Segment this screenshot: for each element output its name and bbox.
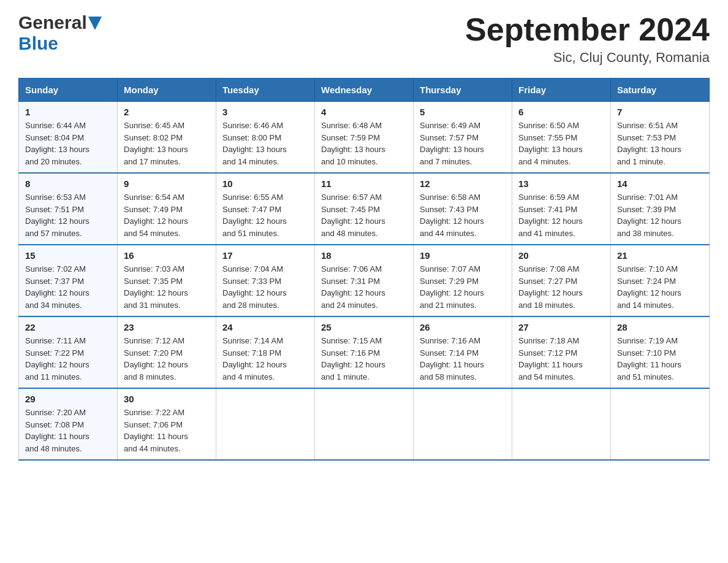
- day-info: Sunrise: 7:18 AMSunset: 7:12 PMDaylight:…: [518, 336, 583, 381]
- day-number: 8: [25, 178, 111, 189]
- location-subtitle: Sic, Cluj County, Romania: [465, 50, 710, 66]
- day-info: Sunrise: 7:02 AMSunset: 7:37 PMDaylight:…: [25, 264, 89, 310]
- day-cell: 15 Sunrise: 7:02 AMSunset: 7:37 PMDaylig…: [19, 245, 118, 316]
- day-number: 7: [617, 107, 703, 117]
- page-header: General Blue September 2024 Sic, Cluj Co…: [18, 12, 710, 66]
- day-info: Sunrise: 7:11 AMSunset: 7:22 PMDaylight:…: [25, 336, 89, 381]
- day-cell: 14 Sunrise: 7:01 AMSunset: 7:39 PMDaylig…: [611, 173, 710, 245]
- day-cell: 28 Sunrise: 7:19 AMSunset: 7:10 PMDaylig…: [611, 316, 710, 388]
- day-number: 20: [518, 250, 604, 261]
- day-cell: 3 Sunrise: 6:46 AMSunset: 8:00 PMDayligh…: [216, 102, 315, 174]
- day-info: Sunrise: 6:57 AMSunset: 7:45 PMDaylight:…: [321, 193, 385, 238]
- day-cell: 12 Sunrise: 6:58 AMSunset: 7:43 PMDaylig…: [414, 173, 512, 245]
- svg-marker-0: [88, 17, 102, 30]
- calendar-body: 1 Sunrise: 6:44 AMSunset: 8:04 PMDayligh…: [19, 102, 710, 461]
- day-number: 2: [124, 107, 210, 117]
- day-number: 21: [617, 250, 703, 261]
- day-info: Sunrise: 6:51 AMSunset: 7:53 PMDaylight:…: [617, 121, 681, 166]
- day-cell: [216, 388, 315, 460]
- week-row-3: 15 Sunrise: 7:02 AMSunset: 7:37 PMDaylig…: [19, 245, 710, 316]
- day-info: Sunrise: 7:08 AMSunset: 7:27 PMDaylight:…: [518, 264, 583, 310]
- day-info: Sunrise: 6:45 AMSunset: 8:02 PMDaylight:…: [124, 121, 188, 166]
- week-row-4: 22 Sunrise: 7:11 AMSunset: 7:22 PMDaylig…: [19, 316, 710, 388]
- day-info: Sunrise: 6:53 AMSunset: 7:51 PMDaylight:…: [25, 193, 89, 238]
- day-cell: 26 Sunrise: 7:16 AMSunset: 7:14 PMDaylig…: [414, 316, 512, 388]
- header-cell-friday: Friday: [512, 79, 611, 102]
- day-info: Sunrise: 6:58 AMSunset: 7:43 PMDaylight:…: [420, 193, 484, 238]
- day-number: 19: [420, 250, 506, 261]
- day-info: Sunrise: 6:55 AMSunset: 7:47 PMDaylight:…: [222, 193, 287, 238]
- day-cell: 5 Sunrise: 6:49 AMSunset: 7:57 PMDayligh…: [414, 102, 512, 174]
- week-row-1: 1 Sunrise: 6:44 AMSunset: 8:04 PMDayligh…: [19, 102, 710, 174]
- day-info: Sunrise: 6:48 AMSunset: 7:59 PMDaylight:…: [321, 121, 385, 166]
- day-number: 29: [25, 394, 111, 404]
- calendar-table: SundayMondayTuesdayWednesdayThursdayFrid…: [18, 78, 710, 461]
- day-info: Sunrise: 7:16 AMSunset: 7:14 PMDaylight:…: [420, 336, 484, 381]
- day-info: Sunrise: 6:49 AMSunset: 7:57 PMDaylight:…: [420, 121, 484, 166]
- title-block: September 2024 Sic, Cluj County, Romania: [465, 12, 710, 66]
- day-number: 23: [124, 322, 210, 332]
- day-info: Sunrise: 6:50 AMSunset: 7:55 PMDaylight:…: [518, 121, 583, 166]
- day-cell: [512, 388, 611, 460]
- day-cell: 2 Sunrise: 6:45 AMSunset: 8:02 PMDayligh…: [118, 102, 216, 174]
- day-number: 9: [124, 178, 210, 189]
- day-cell: 30 Sunrise: 7:22 AMSunset: 7:06 PMDaylig…: [118, 388, 216, 460]
- day-number: 25: [321, 322, 407, 332]
- day-info: Sunrise: 7:07 AMSunset: 7:29 PMDaylight:…: [420, 264, 484, 310]
- logo-blue-text: Blue: [18, 33, 58, 53]
- day-info: Sunrise: 7:04 AMSunset: 7:33 PMDaylight:…: [222, 264, 287, 310]
- day-info: Sunrise: 7:19 AMSunset: 7:10 PMDaylight:…: [617, 336, 681, 381]
- week-row-2: 8 Sunrise: 6:53 AMSunset: 7:51 PMDayligh…: [19, 173, 710, 245]
- day-cell: 13 Sunrise: 6:59 AMSunset: 7:41 PMDaylig…: [512, 173, 611, 245]
- header-cell-monday: Monday: [118, 79, 216, 102]
- day-cell: 25 Sunrise: 7:15 AMSunset: 7:16 PMDaylig…: [315, 316, 414, 388]
- logo-arrow-icon: [88, 17, 102, 30]
- day-info: Sunrise: 6:44 AMSunset: 8:04 PMDaylight:…: [25, 121, 89, 166]
- day-number: 13: [518, 178, 604, 189]
- day-cell: 6 Sunrise: 6:50 AMSunset: 7:55 PMDayligh…: [512, 102, 611, 174]
- day-info: Sunrise: 6:46 AMSunset: 8:00 PMDaylight:…: [222, 121, 287, 166]
- day-cell: 8 Sunrise: 6:53 AMSunset: 7:51 PMDayligh…: [19, 173, 118, 245]
- day-cell: 1 Sunrise: 6:44 AMSunset: 8:04 PMDayligh…: [19, 102, 118, 174]
- header-cell-saturday: Saturday: [611, 79, 710, 102]
- day-cell: 9 Sunrise: 6:54 AMSunset: 7:49 PMDayligh…: [118, 173, 216, 245]
- day-cell: 22 Sunrise: 7:11 AMSunset: 7:22 PMDaylig…: [19, 316, 118, 388]
- day-info: Sunrise: 7:01 AMSunset: 7:39 PMDaylight:…: [617, 193, 681, 238]
- day-info: Sunrise: 7:15 AMSunset: 7:16 PMDaylight:…: [321, 336, 385, 381]
- header-row: SundayMondayTuesdayWednesdayThursdayFrid…: [19, 79, 710, 102]
- day-cell: 20 Sunrise: 7:08 AMSunset: 7:27 PMDaylig…: [512, 245, 611, 316]
- day-number: 10: [222, 178, 308, 189]
- day-info: Sunrise: 7:10 AMSunset: 7:24 PMDaylight:…: [617, 264, 681, 310]
- day-cell: 10 Sunrise: 6:55 AMSunset: 7:47 PMDaylig…: [216, 173, 315, 245]
- day-number: 4: [321, 107, 407, 117]
- day-cell: [315, 388, 414, 460]
- day-cell: 4 Sunrise: 6:48 AMSunset: 7:59 PMDayligh…: [315, 102, 414, 174]
- day-number: 3: [222, 107, 308, 117]
- day-number: 18: [321, 250, 407, 261]
- day-number: 6: [518, 107, 604, 117]
- day-number: 27: [518, 322, 604, 332]
- day-number: 1: [25, 107, 111, 117]
- day-number: 28: [617, 322, 703, 332]
- day-cell: 18 Sunrise: 7:06 AMSunset: 7:31 PMDaylig…: [315, 245, 414, 316]
- week-row-5: 29 Sunrise: 7:20 AMSunset: 7:08 PMDaylig…: [19, 388, 710, 460]
- header-cell-tuesday: Tuesday: [216, 79, 315, 102]
- day-cell: 21 Sunrise: 7:10 AMSunset: 7:24 PMDaylig…: [611, 245, 710, 316]
- header-cell-thursday: Thursday: [414, 79, 512, 102]
- day-number: 17: [222, 250, 308, 261]
- logo: General Blue: [18, 12, 102, 54]
- day-cell: 7 Sunrise: 6:51 AMSunset: 7:53 PMDayligh…: [611, 102, 710, 174]
- day-number: 30: [124, 394, 210, 404]
- day-number: 14: [617, 178, 703, 189]
- month-year-title: September 2024: [465, 12, 710, 47]
- day-number: 12: [420, 178, 506, 189]
- day-number: 5: [420, 107, 506, 117]
- day-cell: 23 Sunrise: 7:12 AMSunset: 7:20 PMDaylig…: [118, 316, 216, 388]
- day-number: 22: [25, 322, 111, 332]
- day-cell: 29 Sunrise: 7:20 AMSunset: 7:08 PMDaylig…: [19, 388, 118, 460]
- day-number: 11: [321, 178, 407, 189]
- day-cell: 27 Sunrise: 7:18 AMSunset: 7:12 PMDaylig…: [512, 316, 611, 388]
- day-info: Sunrise: 7:06 AMSunset: 7:31 PMDaylight:…: [321, 264, 385, 310]
- day-number: 24: [222, 322, 308, 332]
- day-cell: [414, 388, 512, 460]
